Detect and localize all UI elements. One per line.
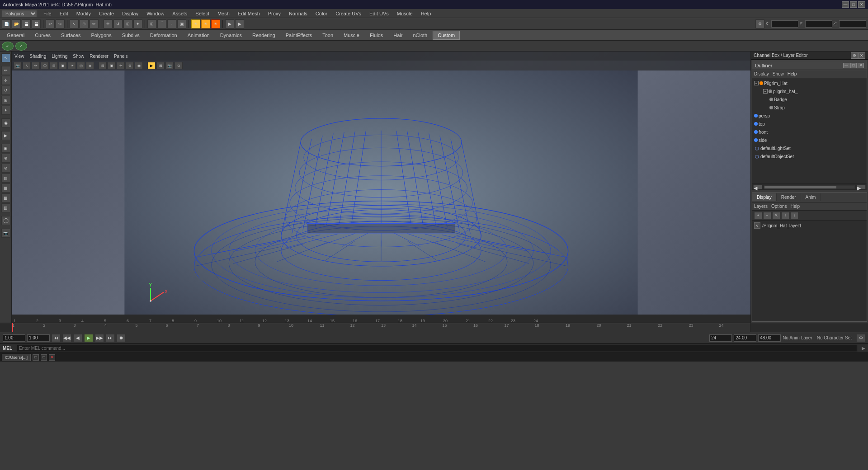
layer-tab-display[interactable]: Display (752, 193, 777, 201)
vp-menu-panels[interactable]: Panels (114, 54, 128, 59)
minimize-button[interactable]: — (842, 1, 849, 8)
menu-create[interactable]: Create (97, 10, 116, 17)
panel-settings-btn[interactable]: ⚙ (851, 52, 858, 59)
menu-modify[interactable]: Modify (75, 10, 93, 17)
soft-select-btn[interactable]: ◉ (1, 118, 10, 127)
vp-menu-lighting[interactable]: Lighting (52, 54, 67, 59)
rotate-tool-btn[interactable]: ↺ (1, 86, 10, 95)
outliner-maximize-btn[interactable]: □ (850, 63, 857, 68)
menu-display[interactable]: Display (120, 10, 140, 17)
skip-to-end-btn[interactable]: ⏭ (106, 334, 115, 342)
vp-render1-btn[interactable]: ▶ (147, 62, 156, 69)
close-button[interactable]: ✕ (858, 1, 865, 8)
outliner-scrollbar[interactable]: ◀ ▶ (752, 183, 867, 190)
tab-subdivs[interactable]: Subdivs (117, 31, 145, 40)
redo-btn[interactable]: ↪ (56, 19, 65, 28)
snap-view-btn[interactable]: ▣ (177, 19, 186, 28)
transform-tool-btn[interactable]: ✦ (1, 106, 10, 115)
new-file-btn[interactable]: 📄 (2, 19, 11, 28)
outliner-item-front[interactable]: front (752, 128, 867, 136)
view-cube-btn[interactable]: ⬡ (1, 216, 10, 225)
layer-delete-btn[interactable]: − (763, 212, 771, 219)
vp-grid-btn[interactable]: ⊞ (99, 62, 107, 69)
tool3[interactable]: ⊗ (1, 164, 10, 173)
menu-file[interactable]: File (42, 10, 53, 17)
vp-paint-btn[interactable]: ✏ (32, 62, 40, 69)
tab-muscle[interactable]: Muscle (339, 31, 364, 40)
expand-icon[interactable]: − (754, 81, 759, 85)
layer-select-btn[interactable]: ↖ (772, 212, 780, 219)
mel-input[interactable] (17, 345, 857, 352)
vp-menu-show[interactable]: Show (73, 54, 84, 59)
z-input[interactable] (839, 20, 866, 28)
tab-deformation[interactable]: Deformation (145, 31, 182, 40)
vp-render2-btn[interactable]: ⊞ (156, 62, 165, 69)
layer-menu-options[interactable]: Options (771, 204, 787, 209)
taskbar-close-icon[interactable]: ✕ (49, 354, 55, 361)
tool7[interactable]: ▧ (1, 203, 10, 212)
all-transform-btn[interactable]: ✦ (133, 19, 142, 28)
tool1[interactable]: ▣ (1, 144, 10, 153)
tool5[interactable]: ▦ (1, 183, 10, 193)
paint-btn[interactable]: ✏ (90, 19, 99, 28)
vp-shader-btn[interactable]: ◈ (86, 62, 94, 69)
render-snap-btn[interactable]: 📷 (1, 229, 10, 238)
scroll-left-btn[interactable]: ◀ (753, 185, 762, 189)
outliner-item-badge[interactable]: ○ Badge (752, 95, 867, 103)
vp-menu-renderer[interactable]: Renderer (90, 54, 108, 59)
vp-light-btn[interactable]: ☀ (68, 62, 76, 69)
save-as-btn[interactable]: 💾 (32, 19, 41, 28)
vp-menu-shading[interactable]: Shading (30, 54, 47, 59)
outliner-item-strap[interactable]: ○ Strap (752, 103, 867, 112)
snap-point-btn[interactable]: · (167, 19, 176, 28)
select-btn[interactable]: ↖ (70, 19, 79, 28)
outliner-item-top[interactable]: top (752, 120, 867, 128)
expand-icon-mesh[interactable]: − (763, 89, 768, 94)
render-btn[interactable]: ▶ (225, 19, 234, 28)
outliner-close-btn[interactable]: ✕ (858, 63, 864, 68)
outliner-menu-show[interactable]: Show (773, 71, 784, 76)
select-tool-btn[interactable]: ↖ (1, 53, 10, 62)
x-input[interactable] (771, 20, 798, 28)
scale-tool-btn[interactable]: ⊞ (1, 96, 10, 105)
layer-tab-anim[interactable]: Anim (801, 193, 821, 201)
menu-edit[interactable]: Edit (58, 10, 70, 17)
vp-deform-btn[interactable]: ◉ (135, 62, 143, 69)
range-start-input[interactable] (27, 334, 50, 342)
tab-polygons[interactable]: Polygons (86, 31, 116, 40)
anim-end2-input[interactable] (758, 334, 781, 342)
tab-ncloth[interactable]: nCloth (408, 31, 432, 40)
layer-move-down-btn[interactable]: ↓ (790, 212, 798, 219)
anim-end-input[interactable] (734, 334, 756, 342)
playback-settings-btn[interactable]: ⚙ (856, 334, 865, 342)
tab-toon[interactable]: Toon (317, 31, 338, 40)
menu-edit-mesh[interactable]: Edit Mesh (236, 10, 262, 17)
vp-render4-btn[interactable]: ⊙ (175, 62, 183, 69)
range-end-input[interactable] (709, 334, 732, 342)
vp-render3-btn[interactable]: 📷 (165, 62, 174, 69)
layer-create-btn[interactable]: + (754, 212, 762, 219)
mode-selector[interactable]: Polygons Surfaces Dynamics Rendering nDy… (2, 10, 37, 17)
tab-painteffects[interactable]: PaintEffects (281, 31, 317, 40)
tool2[interactable]: ⊕ (1, 154, 10, 163)
play-back-btn[interactable]: ◀ (73, 334, 82, 342)
vp-manip-btn[interactable]: ✛ (117, 62, 125, 69)
viewport[interactable]: View Shading Lighting Show Renderer Pane… (12, 52, 750, 323)
settings-btn[interactable]: ⚙ (755, 19, 764, 28)
menu-help[interactable]: Help (419, 10, 433, 17)
tool4[interactable]: ▤ (1, 174, 10, 183)
snap-curve-btn[interactable]: ⌒ (157, 19, 166, 28)
paint-select-btn[interactable]: ✏ (1, 66, 10, 75)
vp-poly-btn[interactable]: ⬡ (41, 62, 49, 69)
snap-grid-btn[interactable]: ⊞ (147, 19, 156, 28)
current-frame-input[interactable] (3, 334, 25, 342)
timeline-ruler[interactable]: 1 2 3 4 5 6 7 8 9 10 11 12 13 14 15 16 1… (12, 323, 750, 332)
outliner-menu-help[interactable]: Help (788, 71, 797, 76)
y-input[interactable] (805, 20, 832, 28)
outliner-item-pilgrim-hat[interactable]: − Pilgrim_Hat (752, 79, 867, 87)
menu-normals[interactable]: Normals (287, 10, 309, 17)
layer-menu-help[interactable]: Help (790, 204, 800, 209)
play-forward-btn[interactable]: ▶ (84, 334, 93, 342)
panel-close-btn[interactable]: ✕ (858, 52, 865, 59)
layer-row-pilgrim[interactable]: V /Pilgrim_Hat_layer1 (754, 221, 865, 230)
